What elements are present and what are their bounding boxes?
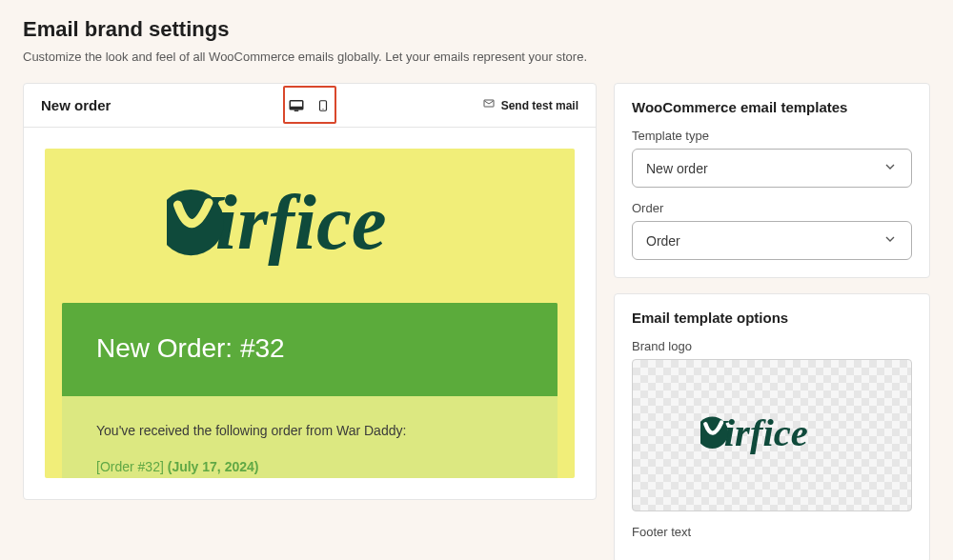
page-title: Email brand settings	[23, 17, 930, 42]
options-heading: Email template options	[632, 310, 912, 326]
email-order-link-line: [Order #32] (July 17, 2024)	[96, 459, 523, 474]
chevron-down-icon	[882, 159, 898, 177]
page-subtitle: Customize the look and feel of all WooCo…	[23, 50, 930, 64]
send-test-mail-label: Send test mail	[501, 99, 578, 112]
email-intro-text: You've received the following order from…	[96, 423, 523, 438]
order-select-label: Order	[632, 201, 912, 215]
device-toggle	[288, 97, 332, 114]
template-type-select[interactable]: New order	[632, 149, 912, 188]
brand-logo-label: Brand logo	[632, 339, 912, 353]
preview-toolbar: New order Send test mail	[24, 84, 596, 128]
preview-title: New order	[41, 97, 111, 113]
mail-icon	[482, 98, 496, 112]
send-test-mail-button[interactable]: Send test mail	[482, 98, 578, 112]
email-outer: New Order: #32 You've received the follo…	[45, 149, 575, 478]
template-type-value: New order	[646, 161, 708, 176]
desktop-icon[interactable]	[288, 97, 305, 114]
sidebar: WooCommerce email templates Template typ…	[614, 83, 930, 560]
email-brand-logo	[45, 183, 575, 303]
templates-panel: WooCommerce email templates Template typ…	[614, 83, 930, 278]
svg-point-8	[322, 108, 323, 109]
chevron-down-icon	[882, 231, 898, 250]
templates-heading: WooCommerce email templates	[632, 99, 912, 115]
brand-logo-upload[interactable]	[632, 359, 912, 511]
svg-rect-9	[484, 100, 494, 107]
order-select-value: Order	[646, 233, 680, 249]
email-order-date: (July 17, 2024)	[168, 459, 259, 474]
options-panel: Email template options Brand logo Footer…	[614, 293, 930, 560]
template-type-label: Template type	[632, 129, 912, 143]
svg-rect-6	[294, 110, 299, 111]
preview-body: New Order: #32 You've received the follo…	[24, 128, 596, 499]
email-order-link[interactable]: [Order #32]	[96, 459, 164, 474]
preview-panel: New order Send test mail	[23, 83, 597, 500]
svg-rect-5	[290, 106, 303, 109]
email-heading: New Order: #32	[62, 303, 558, 396]
email-content: You've received the following order from…	[62, 396, 558, 478]
mobile-icon[interactable]	[314, 97, 332, 114]
footer-text-label: Footer text	[632, 525, 912, 539]
email-inner: New Order: #32 You've received the follo…	[62, 303, 558, 478]
order-select[interactable]: Order	[632, 221, 912, 260]
